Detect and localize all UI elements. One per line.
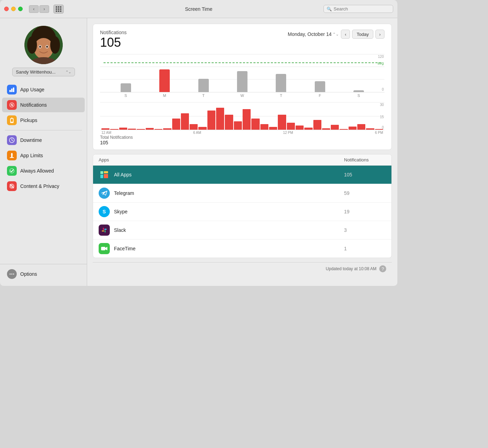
date-next-button[interactable]: › xyxy=(375,30,384,39)
hourly-label-12pm: 12 PM xyxy=(283,131,293,135)
day-col-W: W xyxy=(223,54,261,92)
sidebar-item-notifications[interactable]: N Notifications xyxy=(2,98,85,112)
user-select[interactable]: Sandy Writtenhou... ⌃⌄ xyxy=(12,68,75,76)
day-label-S2: S xyxy=(358,93,360,98)
sidebar-item-pickups[interactable]: Pickups xyxy=(2,113,85,128)
bar-S1 xyxy=(121,83,131,92)
notifications-icon: N xyxy=(7,100,17,110)
svg-point-30 xyxy=(10,274,11,275)
slack-count: 3 xyxy=(344,227,386,233)
sidebar-label-options: Options xyxy=(20,271,37,277)
day-col-S2: S xyxy=(340,54,378,92)
bar-M xyxy=(159,69,170,92)
hbar-16 xyxy=(234,121,242,130)
downtime-icon xyxy=(7,135,17,145)
app-row-slack[interactable]: Slack 3 xyxy=(93,221,391,240)
app-limits-icon xyxy=(7,151,17,160)
svg-point-10 xyxy=(50,36,60,54)
sidebar-label-app-usage: App Usage xyxy=(20,87,44,92)
traffic-lights xyxy=(4,7,23,11)
hbar-13 xyxy=(207,111,215,130)
hbar-8 xyxy=(163,128,171,130)
sidebar-item-options[interactable]: Options xyxy=(2,267,85,281)
grid-button[interactable] xyxy=(53,5,64,14)
sidebar-bottom: Options xyxy=(0,264,87,282)
today-button[interactable]: Today xyxy=(352,30,373,39)
window-title: Screen Time xyxy=(185,6,213,12)
hbar-30 xyxy=(357,124,365,130)
app-row-facetime[interactable]: FaceTime 1 xyxy=(93,240,391,258)
day-label-M: M xyxy=(163,93,166,98)
forward-button[interactable]: › xyxy=(39,5,49,13)
apps-table: Apps Notifications All Apps 105 xyxy=(93,154,392,258)
sidebar-label-always-allowed: Always Allowed xyxy=(20,168,54,174)
skype-name: Skype xyxy=(114,209,344,214)
main-content: Sandy Writtenhou... ⌃⌄ App Usage N xyxy=(0,18,397,286)
facetime-icon xyxy=(99,243,110,254)
minimize-button[interactable] xyxy=(11,7,16,11)
close-button[interactable] xyxy=(4,7,9,11)
chart-header: Notifications 105 Monday, October 14 ⌃⌄ … xyxy=(100,30,384,53)
hbar-32 xyxy=(375,129,383,130)
all-apps-count: 105 xyxy=(344,172,386,177)
svg-rect-18 xyxy=(11,119,13,122)
hbar-12 xyxy=(198,127,206,130)
hbar-1 xyxy=(101,128,109,130)
svg-point-29 xyxy=(12,274,13,275)
sidebar-item-downtime[interactable]: Downtime xyxy=(2,133,85,147)
search-input[interactable] xyxy=(334,6,390,12)
search-box[interactable]: 🔍 xyxy=(323,5,393,13)
day-col-T1: T xyxy=(185,54,222,92)
sidebar-label-content-privacy: Content & Privacy xyxy=(20,183,59,189)
sidebar-item-app-usage[interactable]: App Usage xyxy=(2,82,85,97)
day-label-S1: S xyxy=(124,93,127,98)
bar-T2 xyxy=(276,74,286,92)
hourly-label-12am: 12 AM xyxy=(101,131,111,135)
status-bar: Updated today at 10:08 AM ? xyxy=(93,262,392,275)
fullscreen-button[interactable] xyxy=(18,7,23,11)
bar-W xyxy=(237,71,247,92)
svg-rect-41 xyxy=(101,247,105,250)
hbar-10 xyxy=(181,113,189,130)
sidebar-item-app-limits[interactable]: App Limits xyxy=(2,148,85,163)
hourly-label-6am: 6 AM xyxy=(193,131,201,135)
hbar-6 xyxy=(146,128,154,130)
help-button[interactable]: ? xyxy=(379,265,386,272)
sidebar: Sandy Writtenhou... ⌃⌄ App Usage N xyxy=(0,18,87,286)
svg-text:N: N xyxy=(10,103,13,107)
total-label: Total Notifications xyxy=(100,135,384,140)
svg-rect-35 xyxy=(104,174,108,178)
content-privacy-icon xyxy=(7,181,17,191)
hbar-3 xyxy=(119,128,127,130)
sidebar-item-always-allowed[interactable]: Always Allowed xyxy=(2,164,85,178)
hbar-23 xyxy=(296,126,304,130)
svg-rect-40 xyxy=(104,229,107,230)
day-label-W: W xyxy=(241,93,244,98)
always-allowed-icon xyxy=(7,166,17,176)
app-row-all-apps[interactable]: All Apps 105 xyxy=(93,166,391,184)
chart-count: 105 xyxy=(100,35,127,50)
svg-rect-12 xyxy=(11,89,13,92)
weekly-bars: S M T xyxy=(104,54,381,92)
sidebar-item-content-privacy[interactable]: Content & Privacy xyxy=(2,179,85,193)
day-label-T1: T xyxy=(202,93,205,98)
skype-count: 19 xyxy=(344,209,386,214)
day-label-F: F xyxy=(319,93,321,98)
app-row-telegram[interactable]: Telegram 59 xyxy=(93,184,391,203)
col-notifications-header: Notifications xyxy=(344,157,386,162)
back-button[interactable]: ‹ xyxy=(29,5,39,13)
pickups-icon xyxy=(7,115,17,125)
app-row-skype[interactable]: S Skype 19 xyxy=(93,203,391,221)
hbar-24 xyxy=(304,128,312,130)
svg-rect-34 xyxy=(104,171,108,173)
total-section: Total Notifications 105 xyxy=(100,135,384,145)
date-prev-button[interactable]: ‹ xyxy=(341,30,350,39)
facetime-name: FaceTime xyxy=(114,246,344,251)
hbar-2 xyxy=(110,129,118,130)
day-label-T2: T xyxy=(280,93,282,98)
hbar-18 xyxy=(251,119,259,130)
hbar-7 xyxy=(154,129,162,130)
date-label: Monday, October 14 ⌃⌄ xyxy=(288,31,339,37)
hbar-19 xyxy=(260,124,268,130)
chart-title: Notifications xyxy=(100,30,127,35)
